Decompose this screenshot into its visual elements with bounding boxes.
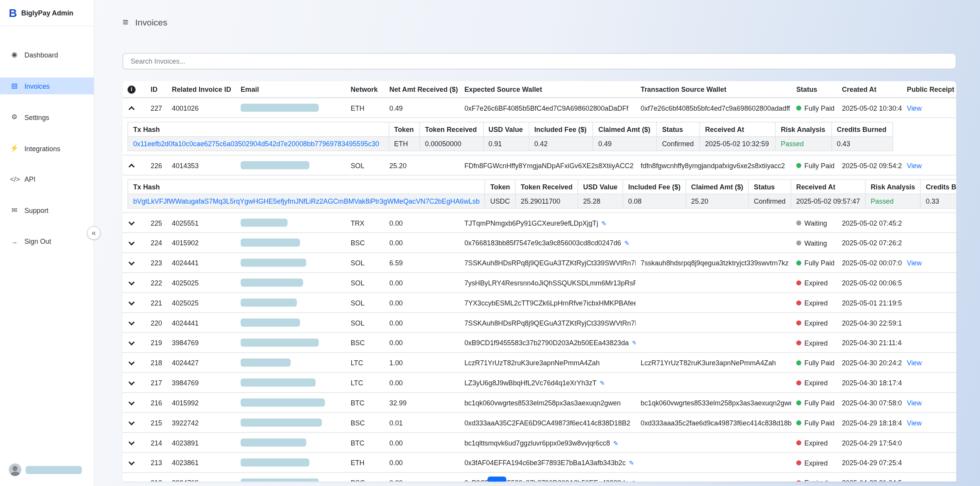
edit-wallet-icon[interactable]: ✎ xyxy=(624,240,630,246)
transaction-wallet-cell xyxy=(636,293,791,313)
view-receipt-link[interactable]: View xyxy=(907,104,922,111)
expand-toggle-button[interactable] xyxy=(127,217,135,229)
sidebar-collapse-button[interactable]: « xyxy=(87,226,101,240)
related-invoice-id-cell: 3984769 xyxy=(167,373,235,393)
view-receipt-link[interactable]: View xyxy=(907,419,922,426)
detail-column-header-credits-burned: Credits Burned xyxy=(921,180,956,194)
edit-wallet-icon[interactable]: ✎ xyxy=(632,339,636,346)
expand-toggle-button[interactable] xyxy=(127,357,135,369)
network-cell: ETH xyxy=(345,452,384,472)
expand-toggle-button[interactable] xyxy=(127,437,135,449)
email-cell xyxy=(235,98,345,118)
pagination-page-button[interactable] xyxy=(487,477,506,482)
view-receipt-link[interactable]: View xyxy=(907,259,922,266)
edit-wallet-icon[interactable]: ✎ xyxy=(629,459,634,466)
email-cell xyxy=(235,393,345,413)
sidebar-item-label: Support xyxy=(24,206,48,214)
expected-wallet-address: LczR71YrUzT82ruK3ure3apnNePmmA4Zah xyxy=(464,359,599,366)
expand-toggle-button[interactable] xyxy=(127,477,135,482)
hamburger-menu-icon[interactable]: ≡ xyxy=(122,17,128,27)
network-cell: TRX xyxy=(345,213,384,233)
status-cell: Waiting xyxy=(791,213,837,233)
sidebar-item-settings[interactable]: ⚙Settings xyxy=(0,109,94,126)
status-dot-icon xyxy=(796,420,801,425)
status-label: Waiting xyxy=(804,239,827,246)
edit-wallet-icon[interactable]: ✎ xyxy=(600,380,605,386)
search-input[interactable] xyxy=(122,53,956,69)
sidebar-item-integrations[interactable]: ⚡Integrations xyxy=(0,140,94,157)
invoices-icon: ▤ xyxy=(10,82,19,90)
status-dot-icon xyxy=(796,241,801,246)
status-cell: Fully Paid xyxy=(791,98,837,118)
chevron-down-icon xyxy=(129,379,135,385)
edit-wallet-icon[interactable]: ✎ xyxy=(613,439,618,446)
expand-toggle-button[interactable] xyxy=(127,237,135,249)
invoice-row: 2164015992BTC32.99bc1qk060vwgrtes8533elm… xyxy=(122,393,956,413)
related-invoice-id-cell: 4023861 xyxy=(167,452,235,472)
support-icon: ✉ xyxy=(10,206,19,214)
invoice-id-cell: 213 xyxy=(146,452,167,472)
expand-toggle-button[interactable] xyxy=(127,337,135,349)
expected-wallet-address: 0x3fAF04EFFA194c6be3F7893E7bBa1A3afb343b… xyxy=(464,459,626,466)
token-cell: ETH xyxy=(389,137,420,151)
status-cell: Expired xyxy=(791,273,837,293)
column-header-related-invoice-id: Related Invoice ID xyxy=(167,81,235,98)
risk-analysis-value: Passed xyxy=(781,140,804,147)
expand-toggle-button[interactable] xyxy=(127,376,135,388)
edit-wallet-icon[interactable]: ✎ xyxy=(601,219,607,226)
risk-analysis-cell: Passed xyxy=(775,137,831,151)
expand-toggle-button[interactable] xyxy=(127,417,135,429)
created-at-cell: 2025-04-30 22:59:13 xyxy=(837,312,902,332)
expected-wallet-cell: LczR71YrUzT82ruK3ure3apnNePmmA4Zah xyxy=(459,353,636,373)
sidebar: B BiglyPay Admin ◉Dashboard▤Invoices⚙Set… xyxy=(0,0,95,486)
sidebar-item-support[interactable]: ✉Support xyxy=(0,202,94,219)
related-invoice-id-cell: 3922742 xyxy=(167,413,235,433)
expected-wallet-cell: 7SSKAuh8HDsRPq8j9QEGuA3TZKtRyjCt339SWVtR… xyxy=(459,312,636,332)
view-receipt-link[interactable]: View xyxy=(907,399,922,406)
invoice-id-cell: 226 xyxy=(146,155,167,175)
expand-toggle-button[interactable] xyxy=(127,397,135,408)
status-cell: Waiting xyxy=(791,233,837,253)
net-amount-cell: 0.00 xyxy=(384,312,459,332)
expand-toggle-button[interactable] xyxy=(127,457,135,469)
view-receipt-link[interactable]: View xyxy=(907,359,922,366)
expand-cell xyxy=(122,253,146,273)
tx-hash-link[interactable]: 0x11eefb2d0fa10c0cae6275c6a03502904d542d… xyxy=(133,140,379,147)
status-dot-icon xyxy=(796,400,801,405)
view-receipt-link[interactable]: View xyxy=(907,162,922,169)
expand-toggle-button[interactable] xyxy=(127,257,135,269)
sidebar-item-dashboard[interactable]: ◉Dashboard xyxy=(0,46,94,63)
invoices-table: iIDRelated Invoice IDEmailNetworkNet Amt… xyxy=(122,81,956,482)
public-receipt-cell xyxy=(902,452,956,472)
expand-toggle-button[interactable] xyxy=(127,102,135,114)
expand-toggle-button[interactable] xyxy=(127,159,135,171)
related-invoice-id-cell: 4025551 xyxy=(167,213,235,233)
tx-hash-link[interactable]: bVgtLkVFJfWWatugafaS7Mq3L5rqYgwHGHE5efjy… xyxy=(133,197,480,205)
redacted-email xyxy=(240,459,309,467)
created-at-cell: 2025-05-02 07:26:24 xyxy=(837,233,902,253)
expand-toggle-button[interactable] xyxy=(127,277,135,289)
expand-toggle-button[interactable] xyxy=(127,297,135,309)
chevron-down-icon xyxy=(129,439,135,446)
chevron-down-icon xyxy=(129,299,135,305)
tx-detail-table: Tx HashTokenToken ReceivedUSD ValueInclu… xyxy=(127,122,893,151)
invoice-id-cell: 227 xyxy=(146,98,167,118)
main-content: ≡ Invoices iIDRelated Invoice IDEmailNet… xyxy=(95,0,980,486)
edit-wallet-icon[interactable]: ✎ xyxy=(632,479,636,482)
status-cell: Expired xyxy=(791,432,837,452)
net-amount-cell: 25.20 xyxy=(384,155,459,175)
expand-toggle-button[interactable] xyxy=(127,317,135,329)
sidebar-item-invoices[interactable]: ▤Invoices xyxy=(0,78,94,94)
detail-column-header-received-at: Received At xyxy=(700,122,775,137)
invoice-id-cell: 214 xyxy=(146,432,167,452)
tx-detail-data-row: 0x11eefb2d0fa10c0cae6275c6a03502904d542d… xyxy=(128,137,893,151)
sidebar-item-sign-out[interactable]: →Sign Out xyxy=(0,233,94,249)
invoice-detail-row: Tx HashTokenToken ReceivedUSD ValueInclu… xyxy=(122,118,956,155)
email-cell xyxy=(235,233,345,253)
user-chip[interactable] xyxy=(9,464,82,476)
expand-cell xyxy=(122,312,146,332)
user-avatar-icon xyxy=(9,464,21,476)
public-receipt-cell xyxy=(902,332,956,353)
sidebar-item-api[interactable]: </>API xyxy=(0,171,94,187)
integrations-icon: ⚡ xyxy=(10,144,19,152)
